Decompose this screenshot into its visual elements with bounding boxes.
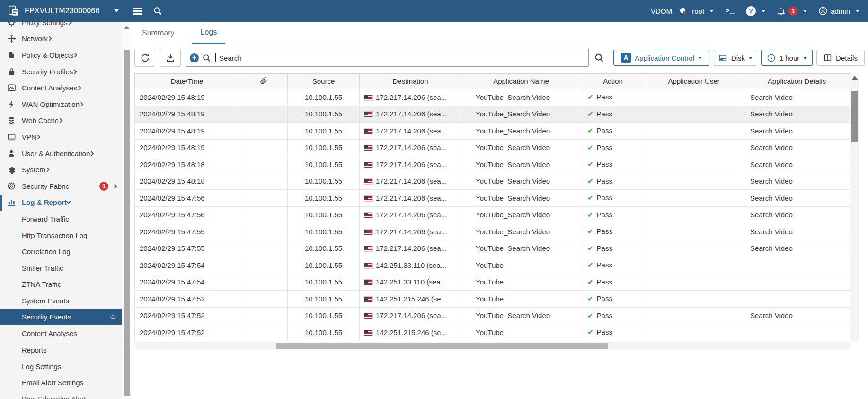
sidebar-item[interactable]: Content Analyses: [0, 80, 122, 96]
log-destination[interactable]: 142.251.33.110 (sea...: [360, 274, 461, 291]
scroll-up-icon[interactable]: [852, 76, 858, 80]
log-source[interactable]: 10.100.1.55: [288, 123, 360, 140]
sidebar-subitem[interactable]: Sniffer Traffic: [0, 260, 122, 276]
log-destination[interactable]: 172.217.14.206 (sea...: [360, 156, 461, 173]
sidebar-subitem[interactable]: Correlation Log: [0, 243, 122, 260]
column-header-attachment[interactable]: [239, 74, 288, 89]
log-destination[interactable]: 172.217.14.206 (sea...: [360, 307, 461, 324]
tab-logs[interactable]: Logs: [192, 22, 225, 44]
log-row[interactable]: 2024/02/29 15:47:54 10.100.1.55 142.251.…: [135, 274, 851, 291]
sidebar-item[interactable]: System: [0, 161, 122, 178]
hostname-caret-icon[interactable]: [114, 9, 119, 12]
horizontal-scrollbar-thumb[interactable]: [276, 343, 608, 349]
column-header-destination[interactable]: Destination: [360, 74, 461, 89]
sidebar-subitem[interactable]: Reports: [0, 342, 122, 358]
log-source[interactable]: 10.100.1.55: [288, 173, 360, 190]
log-source[interactable]: 10.100.1.55: [288, 106, 360, 123]
log-row[interactable]: 2024/02/29 15:47:52 10.100.1.55 142.251.…: [135, 324, 851, 341]
log-source[interactable]: 10.100.1.55: [288, 156, 360, 173]
time-range-dropdown[interactable]: 1 hour: [761, 50, 813, 66]
sidebar-subitem[interactable]: Email Alert Settings: [0, 374, 122, 391]
log-destination[interactable]: 172.217.14.206 (sea...: [360, 123, 461, 140]
log-source[interactable]: 10.100.1.55: [288, 190, 360, 207]
table-horizontal-scrollbar[interactable]: [134, 342, 850, 349]
vertical-scrollbar-thumb[interactable]: [851, 91, 858, 142]
log-source[interactable]: 10.100.1.55: [288, 139, 360, 156]
download-button[interactable]: [160, 49, 181, 67]
column-header-action[interactable]: Action: [581, 74, 645, 89]
log-source[interactable]: 10.100.1.55: [288, 324, 360, 341]
sidebar-scrollbar-thumb[interactable]: [124, 50, 130, 396]
refresh-button[interactable]: [134, 49, 155, 67]
sidebar-item[interactable]: Policy & Objects: [0, 47, 122, 63]
cli-console-button[interactable]: >_: [725, 7, 735, 15]
sidebar-subitem[interactable]: Http Transaction Log: [0, 227, 122, 244]
log-destination[interactable]: 172.217.14.206 (sea...: [360, 106, 461, 123]
sidebar-item[interactable]: VPN: [0, 129, 122, 145]
sidebar-item[interactable]: User & Authentication: [0, 145, 122, 162]
log-destination[interactable]: 142.251.215.246 (se...: [360, 291, 461, 308]
log-row[interactable]: 2024/02/29 15:47:56 10.100.1.55 172.217.…: [135, 190, 851, 207]
log-row[interactable]: 2024/02/29 15:48:19 10.100.1.55 172.217.…: [135, 89, 851, 106]
sidebar-subitem[interactable]: Security Events ☆: [0, 309, 122, 326]
apply-search-button[interactable]: [590, 49, 608, 67]
sidebar-subitem[interactable]: Content Analyses: [0, 325, 122, 342]
sidebar-item[interactable]: Log & Report: [0, 195, 122, 211]
log-destination[interactable]: 172.217.14.206 (sea...: [360, 89, 461, 106]
log-destination[interactable]: 172.217.14.206 (sea...: [360, 240, 461, 257]
log-source[interactable]: 10.100.1.55: [288, 223, 360, 240]
log-source[interactable]: 10.100.1.55: [288, 257, 360, 274]
log-source[interactable]: 10.100.1.55: [288, 274, 360, 291]
log-row[interactable]: 2024/02/29 15:47:52 10.100.1.55 172.217.…: [135, 307, 851, 324]
log-destination[interactable]: 172.217.14.206 (sea...: [360, 173, 461, 190]
sidebar-subitem[interactable]: Log Settings: [0, 358, 122, 374]
help-menu[interactable]: ?: [746, 6, 765, 16]
search-input[interactable]: + Search: [186, 49, 589, 67]
log-source[interactable]: 10.100.1.55: [288, 206, 360, 223]
log-source[interactable]: 10.100.1.55: [288, 89, 360, 106]
log-row[interactable]: 2024/02/29 15:48:18 10.100.1.55 172.217.…: [135, 156, 851, 173]
sidebar-subitem[interactable]: Forward Traffic: [0, 211, 122, 227]
column-header-user[interactable]: Application User: [645, 74, 743, 89]
log-source[interactable]: 10.100.1.55: [288, 240, 360, 257]
log-row[interactable]: 2024/02/29 15:47:55 10.100.1.55 172.217.…: [135, 240, 851, 257]
sidebar-item[interactable]: Security Profiles: [0, 63, 122, 80]
log-destination[interactable]: 142.251.33.110 (sea...: [360, 257, 461, 274]
sidebar-item[interactable]: WAN Optimization: [0, 96, 122, 113]
log-destination[interactable]: 172.217.14.206 (sea...: [360, 190, 461, 207]
log-destination[interactable]: 142.251.215.246 (se...: [360, 324, 461, 341]
log-row[interactable]: 2024/02/29 15:47:54 10.100.1.55 142.251.…: [135, 257, 851, 274]
table-vertical-scrollbar[interactable]: [850, 73, 859, 341]
sidebar-item[interactable]: Web Cache: [0, 113, 122, 129]
log-type-dropdown[interactable]: A Application Control: [613, 50, 709, 66]
log-row[interactable]: 2024/02/29 15:47:56 10.100.1.55 172.217.…: [135, 206, 851, 223]
sidebar-item[interactable]: Network: [0, 31, 122, 47]
user-menu[interactable]: admin: [818, 6, 859, 16]
log-source-dropdown[interactable]: Disk: [714, 50, 757, 66]
log-row[interactable]: 2024/02/29 15:48:19 10.100.1.55 172.217.…: [135, 106, 851, 123]
log-row[interactable]: 2024/02/29 15:47:55 10.100.1.55 172.217.…: [135, 223, 851, 240]
log-source[interactable]: 10.100.1.55: [288, 307, 360, 324]
log-destination[interactable]: 172.217.14.206 (sea...: [360, 206, 461, 223]
global-search-icon[interactable]: [153, 6, 162, 16]
vdom-selector[interactable]: root: [692, 7, 714, 15]
tab-summary[interactable]: Summary: [142, 22, 174, 44]
favorite-star-icon[interactable]: ☆: [109, 312, 116, 322]
sidebar-subitem[interactable]: System Events: [0, 293, 122, 309]
log-destination[interactable]: 172.217.14.206 (sea...: [360, 223, 461, 240]
column-header-details[interactable]: Application Details: [743, 74, 851, 89]
column-header-datetime[interactable]: Date/Time: [135, 74, 239, 89]
log-row[interactable]: 2024/02/29 15:48:19 10.100.1.55 172.217.…: [135, 123, 851, 140]
log-row[interactable]: 2024/02/29 15:48:18 10.100.1.55 172.217.…: [135, 173, 851, 190]
menu-toggle-icon[interactable]: [133, 6, 142, 16]
add-filter-icon[interactable]: +: [190, 53, 199, 62]
log-destination[interactable]: 172.217.14.206 (sea...: [360, 139, 461, 156]
column-header-application[interactable]: Application Name: [461, 74, 581, 89]
notifications-menu[interactable]: 1: [777, 7, 807, 16]
sidebar-subitem[interactable]: Post Education Alert: [0, 391, 122, 399]
scroll-up-icon[interactable]: [124, 26, 130, 29]
sidebar-item[interactable]: Security Fabric 1: [0, 178, 122, 195]
sidebar-scrollbar[interactable]: [122, 22, 132, 399]
details-toggle-button[interactable]: Details: [816, 50, 865, 66]
log-source[interactable]: 10.100.1.55: [288, 291, 360, 308]
